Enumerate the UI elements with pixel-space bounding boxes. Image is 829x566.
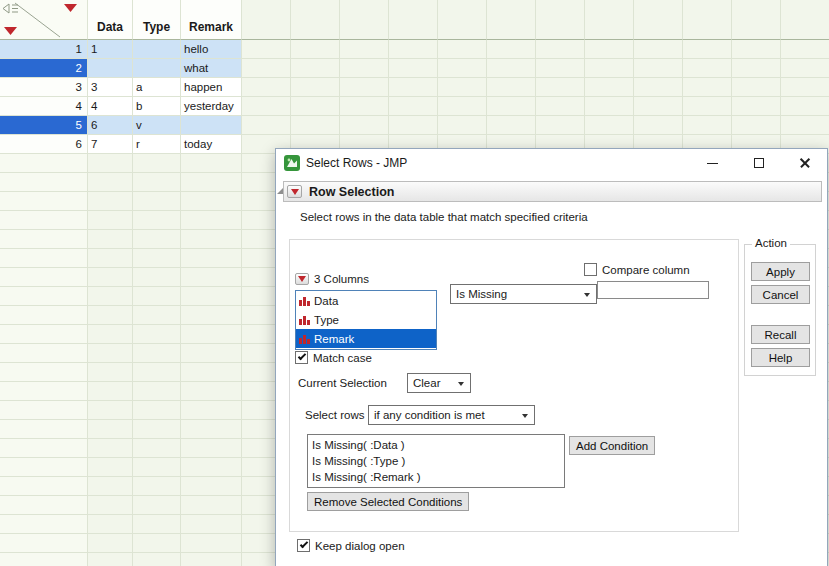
columns-panel-header[interactable]: 3 Columns xyxy=(295,273,369,285)
table-cell-empty xyxy=(634,59,683,78)
table-cell[interactable]: 6 xyxy=(88,116,133,135)
compare-value-input[interactable] xyxy=(597,281,709,299)
table-cell-empty xyxy=(585,78,634,97)
table-cell-empty xyxy=(181,477,242,496)
row-number-empty xyxy=(0,553,88,566)
table-cell-empty xyxy=(242,116,291,135)
table-cell-empty xyxy=(732,59,781,78)
table-cell-empty xyxy=(133,458,181,477)
maximize-icon xyxy=(754,158,764,168)
table-cell-empty xyxy=(181,458,242,477)
row-number-empty xyxy=(0,230,88,249)
keep-dialog-open-checkbox[interactable]: Keep dialog open xyxy=(297,539,405,552)
table-cell[interactable]: what xyxy=(181,59,242,78)
row-number-5[interactable]: 5 xyxy=(0,116,88,135)
table-cell[interactable]: hello xyxy=(181,40,242,59)
add-condition-button[interactable]: Add Condition xyxy=(569,436,655,455)
table-cell-empty xyxy=(181,420,242,439)
table-cell-empty xyxy=(88,363,133,382)
table-cell[interactable] xyxy=(133,59,181,78)
table-cell-empty xyxy=(340,40,389,59)
cancel-button[interactable]: Cancel xyxy=(751,285,810,304)
help-button[interactable]: Help xyxy=(751,348,810,367)
table-cell[interactable]: r xyxy=(133,135,181,154)
table-cell-empty xyxy=(585,116,634,135)
table-cell-empty xyxy=(133,230,181,249)
table-cell[interactable] xyxy=(133,40,181,59)
conditions-list[interactable]: Is Missing( :Data )Is Missing( :Type )Is… xyxy=(307,434,565,488)
row-number-4[interactable]: 4 xyxy=(0,97,88,116)
table-cell[interactable]: a xyxy=(133,78,181,97)
table-cell[interactable]: happen xyxy=(181,78,242,97)
histogram-icon xyxy=(299,333,310,344)
table-cell[interactable]: 4 xyxy=(88,97,133,116)
row-number-6[interactable]: 6 xyxy=(0,135,88,154)
column-header-remark[interactable]: Remark xyxy=(181,0,242,40)
table-cell-empty xyxy=(732,40,781,59)
table-cell-empty xyxy=(536,97,585,116)
minimize-button[interactable] xyxy=(704,154,722,172)
table-cell[interactable]: 3 xyxy=(88,78,133,97)
column-item-data[interactable]: Data xyxy=(296,291,436,310)
table-cell[interactable]: 7 xyxy=(88,135,133,154)
table-cell-empty xyxy=(340,97,389,116)
table-cell-empty xyxy=(181,401,242,420)
table-cell-empty xyxy=(88,306,133,325)
table-cell[interactable] xyxy=(88,59,133,78)
operator-dropdown[interactable]: Is Missing xyxy=(450,284,597,304)
maximize-button[interactable] xyxy=(750,154,768,172)
table-cell-empty xyxy=(88,249,133,268)
row-number-1[interactable]: 1 xyxy=(0,40,88,59)
table-cell-empty xyxy=(133,534,181,553)
row-number-empty xyxy=(0,287,88,306)
table-cell[interactable]: 1 xyxy=(88,40,133,59)
keep-dialog-open-label: Keep dialog open xyxy=(315,540,405,552)
close-button[interactable] xyxy=(796,154,814,172)
column-header-data[interactable]: Data xyxy=(88,0,133,40)
row-selection-outline-header[interactable]: Row Selection xyxy=(283,181,822,202)
table-cell-empty xyxy=(389,97,438,116)
table-cell-empty xyxy=(438,59,487,78)
table-cell-empty xyxy=(181,230,242,249)
table-cell-empty xyxy=(242,97,291,116)
compare-column-checkbox[interactable]: Compare column xyxy=(584,263,690,276)
hierarchy-icon xyxy=(3,4,9,13)
condition-item[interactable]: Is Missing( :Type ) xyxy=(312,453,564,469)
red-triangle-menu-icon[interactable] xyxy=(287,185,302,198)
table-cell-empty xyxy=(181,211,242,230)
condition-item[interactable]: Is Missing( :Remark ) xyxy=(312,469,564,485)
table-cell-empty xyxy=(536,78,585,97)
table-cell-empty xyxy=(133,477,181,496)
column-header-empty xyxy=(732,0,781,40)
column-item-type[interactable]: Type xyxy=(296,310,436,329)
row-number-2[interactable]: 2 xyxy=(0,59,88,78)
table-cell-empty xyxy=(88,287,133,306)
condition-item[interactable]: Is Missing( :Data ) xyxy=(312,437,564,453)
select-rows-dropdown[interactable]: if any condition is met xyxy=(368,405,535,425)
table-cell-empty xyxy=(133,154,181,173)
table-cell-empty xyxy=(389,59,438,78)
match-case-label: Match case xyxy=(313,352,372,364)
table-cell[interactable]: b xyxy=(133,97,181,116)
remove-selected-conditions-button[interactable]: Remove Selected Conditions xyxy=(307,492,469,511)
match-case-checkbox[interactable]: Match case xyxy=(295,351,372,364)
table-cell[interactable]: today xyxy=(181,135,242,154)
table-cell-empty xyxy=(88,154,133,173)
column-item-remark[interactable]: Remark xyxy=(296,329,436,348)
row-number-3[interactable]: 3 xyxy=(0,78,88,97)
table-corner[interactable] xyxy=(0,0,88,40)
table-cell[interactable]: v xyxy=(133,116,181,135)
row-number-empty xyxy=(0,306,88,325)
recall-button[interactable]: Recall xyxy=(751,325,810,344)
current-selection-dropdown[interactable]: Clear xyxy=(407,373,471,393)
column-header-type[interactable]: Type xyxy=(133,0,181,40)
table-cell[interactable]: yesterday xyxy=(181,97,242,116)
select-rows-dialog: Select Rows - JMP Row Selection Select r… xyxy=(275,148,828,566)
dialog-titlebar[interactable]: Select Rows - JMP xyxy=(276,149,827,177)
operator-dropdown-value: Is Missing xyxy=(456,288,507,300)
outline-title: Row Selection xyxy=(309,185,394,199)
table-cell-empty xyxy=(133,515,181,534)
table-cell[interactable] xyxy=(181,116,242,135)
red-triangle-menu-icon[interactable] xyxy=(295,273,309,285)
apply-button[interactable]: Apply xyxy=(751,262,810,281)
